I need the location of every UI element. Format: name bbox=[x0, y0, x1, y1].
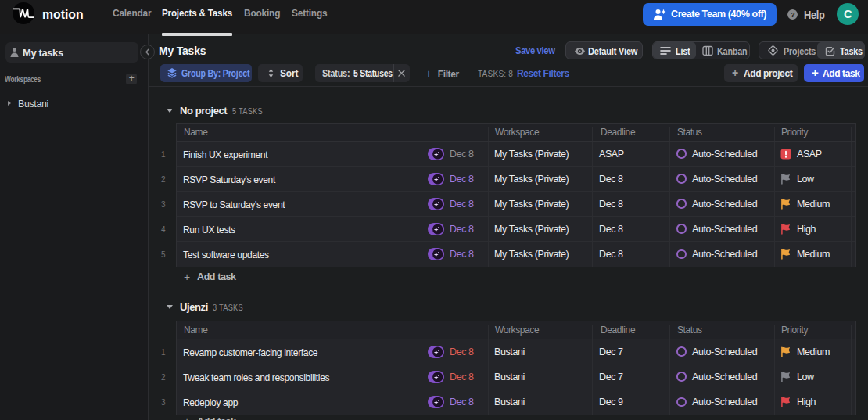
svg-text:?: ? bbox=[791, 10, 795, 19]
